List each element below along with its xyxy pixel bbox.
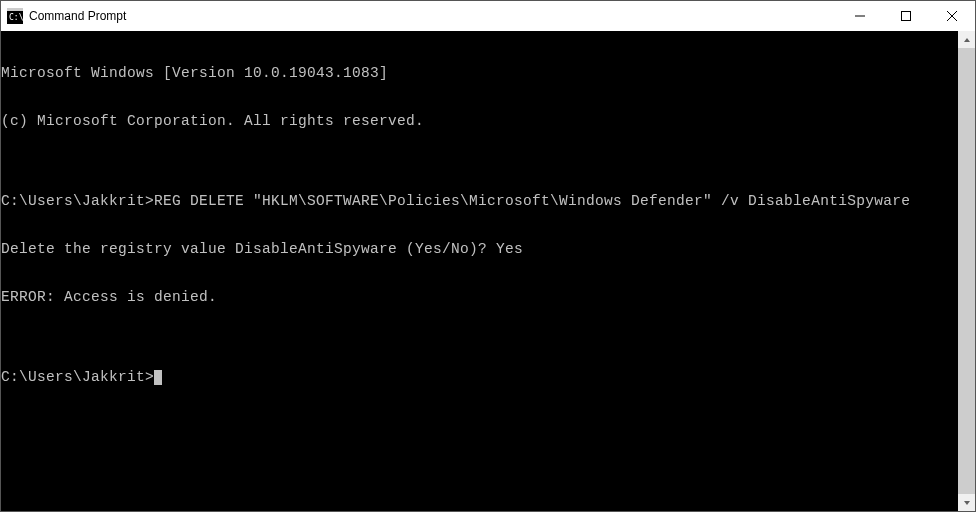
- maximize-button[interactable]: [883, 1, 929, 31]
- terminal-output[interactable]: Microsoft Windows [Version 10.0.19043.10…: [1, 31, 958, 511]
- scroll-up-button[interactable]: [958, 31, 975, 48]
- terminal-line: (c) Microsoft Corporation. All rights re…: [1, 113, 958, 129]
- close-button[interactable]: [929, 1, 975, 31]
- command-prompt-window: C:\ Command Prompt Microsoft Windows [Ve…: [0, 0, 976, 512]
- vertical-scrollbar[interactable]: [958, 31, 975, 511]
- terminal-line: ERROR: Access is denied.: [1, 289, 958, 305]
- titlebar[interactable]: C:\ Command Prompt: [1, 1, 975, 31]
- svg-marker-7: [964, 38, 970, 42]
- svg-rect-1: [7, 8, 23, 11]
- terminal-area: Microsoft Windows [Version 10.0.19043.10…: [1, 31, 975, 511]
- window-controls: [837, 1, 975, 31]
- terminal-line: Delete the registry value DisableAntiSpy…: [1, 241, 958, 257]
- scroll-track[interactable]: [958, 48, 975, 494]
- cmd-icon: C:\: [7, 8, 23, 24]
- terminal-line: C:\Users\Jakkrit>REG DELETE "HKLM\SOFTWA…: [1, 193, 958, 209]
- window-title: Command Prompt: [29, 9, 837, 23]
- terminal-prompt: C:\Users\Jakkrit>: [1, 369, 154, 385]
- terminal-line: Microsoft Windows [Version 10.0.19043.10…: [1, 65, 958, 81]
- cursor: [154, 370, 162, 385]
- minimize-button[interactable]: [837, 1, 883, 31]
- scroll-down-button[interactable]: [958, 494, 975, 511]
- svg-rect-4: [902, 12, 911, 21]
- terminal-prompt-line: C:\Users\Jakkrit>: [1, 369, 958, 385]
- scroll-thumb[interactable]: [958, 48, 975, 494]
- svg-marker-8: [964, 501, 970, 505]
- svg-text:C:\: C:\: [9, 13, 23, 22]
